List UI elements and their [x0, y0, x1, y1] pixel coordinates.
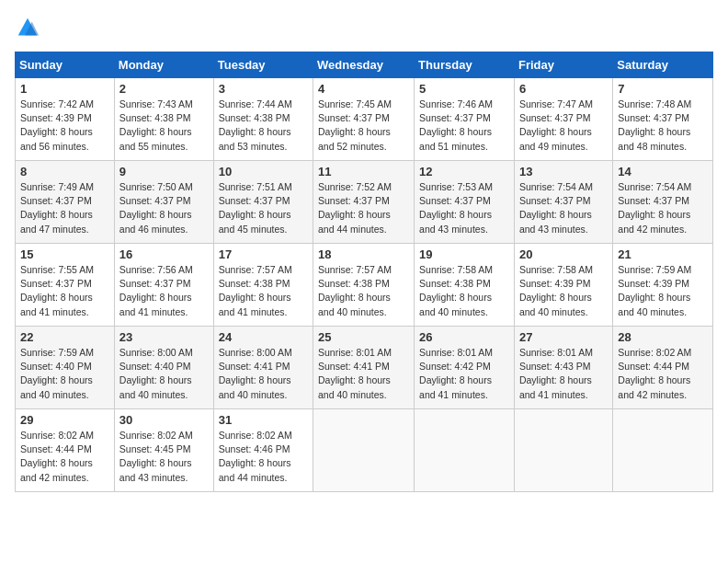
day-number: 4: [318, 82, 409, 96]
day-number: 11: [318, 165, 409, 178]
day-number: 3: [219, 82, 308, 96]
day-detail: Sunrise: 7:56 AMSunset: 4:37 PMDaylight:…: [119, 264, 193, 317]
day-number: 6: [519, 82, 608, 96]
logo: [15, 15, 44, 40]
weekday-header-thursday: Thursday: [415, 52, 515, 78]
calendar-cell: 3 Sunrise: 7:44 AMSunset: 4:38 PMDayligh…: [213, 78, 313, 161]
day-number: 9: [119, 165, 209, 178]
calendar-cell: 18 Sunrise: 7:57 AMSunset: 4:38 PMDaylig…: [313, 244, 415, 327]
calendar-cell: [613, 409, 713, 492]
day-number: 12: [419, 165, 509, 178]
calendar-cell: 22 Sunrise: 7:59 AMSunset: 4:40 PMDaylig…: [16, 327, 115, 409]
day-detail: Sunrise: 7:52 AMSunset: 4:37 PMDaylight:…: [318, 181, 392, 235]
calendar-cell: 2 Sunrise: 7:43 AMSunset: 4:38 PMDayligh…: [114, 78, 213, 161]
calendar-cell: 13 Sunrise: 7:54 AMSunset: 4:37 PMDaylig…: [514, 161, 612, 244]
day-number: 7: [618, 82, 708, 96]
weekday-header-monday: Monday: [114, 52, 213, 78]
calendar-cell: 7 Sunrise: 7:48 AMSunset: 4:37 PMDayligh…: [613, 78, 713, 161]
day-detail: Sunrise: 8:02 AMSunset: 4:44 PMDaylight:…: [618, 347, 691, 400]
calendar-cell: 10 Sunrise: 7:51 AMSunset: 4:37 PMDaylig…: [213, 161, 313, 244]
calendar-cell: 29 Sunrise: 8:02 AMSunset: 4:44 PMDaylig…: [16, 409, 115, 492]
day-detail: Sunrise: 8:01 AMSunset: 4:41 PMDaylight:…: [318, 347, 392, 400]
day-detail: Sunrise: 7:51 AMSunset: 4:37 PMDaylight:…: [219, 181, 292, 235]
day-detail: Sunrise: 7:50 AMSunset: 4:37 PMDaylight:…: [119, 181, 193, 235]
day-number: 21: [618, 247, 708, 261]
day-number: 14: [618, 165, 708, 178]
day-detail: Sunrise: 8:02 AMSunset: 4:44 PMDaylight:…: [20, 430, 94, 483]
calendar-cell: [313, 409, 415, 492]
day-detail: Sunrise: 8:01 AMSunset: 4:43 PMDaylight:…: [519, 347, 593, 400]
day-number: 16: [119, 247, 209, 261]
calendar-cell: 31 Sunrise: 8:02 AMSunset: 4:46 PMDaylig…: [213, 409, 313, 492]
calendar-table: SundayMondayTuesdayWednesdayThursdayFrid…: [15, 52, 713, 492]
page-header: [15, 15, 713, 40]
day-number: 17: [219, 247, 308, 261]
day-detail: Sunrise: 7:48 AMSunset: 4:37 PMDaylight:…: [618, 98, 691, 152]
day-number: 27: [519, 330, 608, 344]
calendar-cell: 9 Sunrise: 7:50 AMSunset: 4:37 PMDayligh…: [114, 161, 213, 244]
calendar-cell: 25 Sunrise: 8:01 AMSunset: 4:41 PMDaylig…: [313, 327, 415, 409]
weekday-header-tuesday: Tuesday: [213, 52, 313, 78]
day-detail: Sunrise: 7:59 AMSunset: 4:40 PMDaylight:…: [20, 347, 94, 400]
day-number: 13: [519, 165, 608, 178]
calendar-cell: 21 Sunrise: 7:59 AMSunset: 4:39 PMDaylig…: [613, 244, 713, 327]
calendar-cell: 15 Sunrise: 7:55 AMSunset: 4:37 PMDaylig…: [16, 244, 115, 327]
day-number: 2: [119, 82, 209, 96]
day-number: 25: [318, 330, 409, 344]
weekday-header-friday: Friday: [514, 52, 612, 78]
calendar-cell: 11 Sunrise: 7:52 AMSunset: 4:37 PMDaylig…: [313, 161, 415, 244]
calendar-cell: 6 Sunrise: 7:47 AMSunset: 4:37 PMDayligh…: [514, 78, 612, 161]
day-number: 10: [219, 165, 308, 178]
day-detail: Sunrise: 7:47 AMSunset: 4:37 PMDaylight:…: [519, 98, 593, 152]
calendar-cell: 17 Sunrise: 7:57 AMSunset: 4:38 PMDaylig…: [213, 244, 313, 327]
day-detail: Sunrise: 7:53 AMSunset: 4:37 PMDaylight:…: [419, 181, 493, 235]
day-number: 31: [219, 413, 308, 427]
weekday-header-sunday: Sunday: [16, 52, 115, 78]
calendar-cell: 14 Sunrise: 7:54 AMSunset: 4:37 PMDaylig…: [613, 161, 713, 244]
day-number: 22: [20, 330, 109, 344]
day-detail: Sunrise: 8:00 AMSunset: 4:40 PMDaylight:…: [119, 347, 193, 400]
day-detail: Sunrise: 8:01 AMSunset: 4:42 PMDaylight:…: [419, 347, 493, 400]
day-detail: Sunrise: 7:45 AMSunset: 4:37 PMDaylight:…: [318, 98, 392, 152]
day-number: 28: [618, 330, 708, 344]
day-number: 19: [419, 247, 509, 261]
day-number: 30: [119, 413, 209, 427]
day-detail: Sunrise: 7:59 AMSunset: 4:39 PMDaylight:…: [618, 264, 691, 317]
day-detail: Sunrise: 7:54 AMSunset: 4:37 PMDaylight:…: [618, 181, 691, 235]
weekday-header-saturday: Saturday: [613, 52, 713, 78]
calendar-cell: [415, 409, 515, 492]
calendar-cell: 4 Sunrise: 7:45 AMSunset: 4:37 PMDayligh…: [313, 78, 415, 161]
day-number: 29: [20, 413, 109, 427]
weekday-header-wednesday: Wednesday: [313, 52, 415, 78]
day-detail: Sunrise: 7:58 AMSunset: 4:38 PMDaylight:…: [419, 264, 493, 317]
calendar-cell: 28 Sunrise: 8:02 AMSunset: 4:44 PMDaylig…: [613, 327, 713, 409]
day-detail: Sunrise: 7:44 AMSunset: 4:38 PMDaylight:…: [219, 98, 292, 152]
day-detail: Sunrise: 7:49 AMSunset: 4:37 PMDaylight:…: [20, 181, 94, 235]
day-number: 18: [318, 247, 409, 261]
day-number: 8: [20, 165, 109, 178]
calendar-cell: [514, 409, 612, 492]
calendar-cell: 23 Sunrise: 8:00 AMSunset: 4:40 PMDaylig…: [114, 327, 213, 409]
calendar-cell: 5 Sunrise: 7:46 AMSunset: 4:37 PMDayligh…: [415, 78, 515, 161]
day-detail: Sunrise: 7:57 AMSunset: 4:38 PMDaylight:…: [318, 264, 392, 317]
day-number: 20: [519, 247, 608, 261]
calendar-cell: 12 Sunrise: 7:53 AMSunset: 4:37 PMDaylig…: [415, 161, 515, 244]
day-detail: Sunrise: 8:00 AMSunset: 4:41 PMDaylight:…: [219, 347, 292, 400]
day-detail: Sunrise: 7:54 AMSunset: 4:37 PMDaylight:…: [519, 181, 593, 235]
calendar-cell: 1 Sunrise: 7:42 AMSunset: 4:39 PMDayligh…: [16, 78, 115, 161]
logo-icon: [15, 15, 40, 40]
day-detail: Sunrise: 8:02 AMSunset: 4:45 PMDaylight:…: [119, 430, 193, 483]
calendar-cell: 19 Sunrise: 7:58 AMSunset: 4:38 PMDaylig…: [415, 244, 515, 327]
day-detail: Sunrise: 7:43 AMSunset: 4:38 PMDaylight:…: [119, 98, 193, 152]
calendar-cell: 30 Sunrise: 8:02 AMSunset: 4:45 PMDaylig…: [114, 409, 213, 492]
calendar-cell: 26 Sunrise: 8:01 AMSunset: 4:42 PMDaylig…: [415, 327, 515, 409]
calendar-cell: 8 Sunrise: 7:49 AMSunset: 4:37 PMDayligh…: [16, 161, 115, 244]
calendar-cell: 27 Sunrise: 8:01 AMSunset: 4:43 PMDaylig…: [514, 327, 612, 409]
day-number: 5: [419, 82, 509, 96]
day-detail: Sunrise: 7:57 AMSunset: 4:38 PMDaylight:…: [219, 264, 292, 317]
calendar-cell: 16 Sunrise: 7:56 AMSunset: 4:37 PMDaylig…: [114, 244, 213, 327]
day-number: 26: [419, 330, 509, 344]
calendar-cell: 20 Sunrise: 7:58 AMSunset: 4:39 PMDaylig…: [514, 244, 612, 327]
day-number: 1: [20, 82, 109, 96]
day-detail: Sunrise: 8:02 AMSunset: 4:46 PMDaylight:…: [219, 430, 292, 483]
